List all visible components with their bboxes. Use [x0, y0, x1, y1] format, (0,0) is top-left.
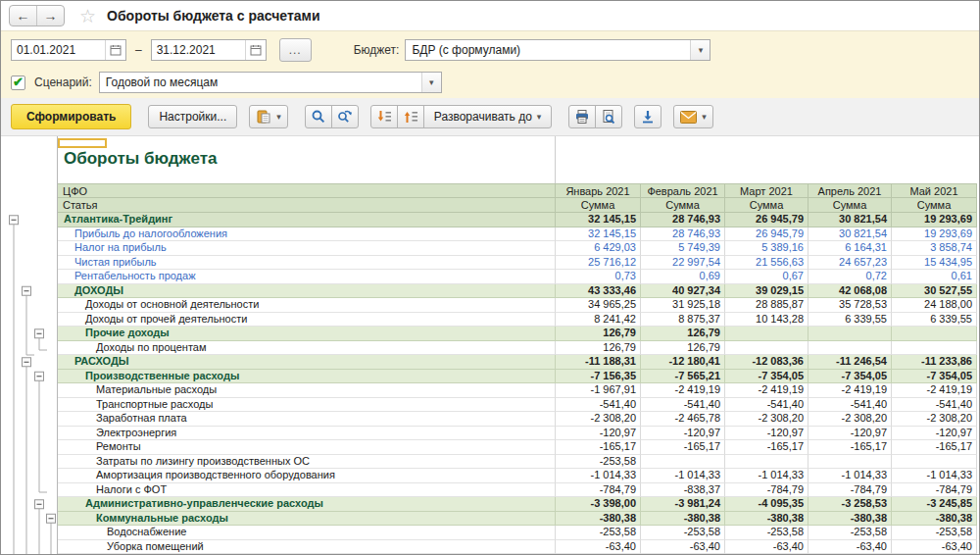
- row-label-cell[interactable]: Ремонты: [58, 440, 556, 455]
- date-from-field[interactable]: 01.01.2021: [11, 39, 126, 61]
- value-cell[interactable]: -2 308,20: [892, 412, 977, 427]
- value-cell[interactable]: 39 029,15: [725, 284, 808, 299]
- value-cell[interactable]: [725, 455, 808, 470]
- value-cell[interactable]: -784,79: [892, 483, 977, 498]
- row-label-cell[interactable]: ДОХОДЫ: [58, 284, 556, 299]
- value-cell[interactable]: 19 293,69: [892, 213, 977, 227]
- value-cell[interactable]: -165,17: [641, 440, 725, 455]
- value-cell[interactable]: -2 419,19: [808, 383, 892, 398]
- value-cell[interactable]: 40 927,34: [641, 284, 725, 299]
- value-cell[interactable]: -63,40: [725, 540, 808, 555]
- row-label-cell[interactable]: Атлантика-Трейдинг: [58, 213, 556, 227]
- row-label-cell[interactable]: Доходы от прочей деятельности: [58, 313, 556, 328]
- value-cell[interactable]: 10 143,28: [725, 313, 808, 328]
- value-cell[interactable]: 21 556,63: [725, 256, 808, 271]
- date-to-field[interactable]: 31.12.2021: [151, 39, 267, 61]
- value-cell[interactable]: -541,40: [725, 398, 808, 413]
- back-button[interactable]: ←: [10, 6, 36, 25]
- value-cell[interactable]: 28 746,93: [641, 227, 725, 242]
- value-cell[interactable]: [808, 455, 892, 470]
- value-cell[interactable]: -2 308,20: [725, 412, 808, 427]
- value-cell[interactable]: -2 419,19: [641, 383, 725, 398]
- value-cell[interactable]: 6 339,55: [808, 313, 892, 328]
- value-cell[interactable]: 15 434,95: [892, 256, 977, 271]
- value-cell[interactable]: -253,58: [556, 455, 641, 470]
- value-cell[interactable]: -784,79: [725, 483, 808, 498]
- value-cell[interactable]: -7 354,05: [892, 370, 977, 384]
- row-label-cell[interactable]: Электроэнергия: [58, 427, 556, 441]
- row-label-cell[interactable]: Доходы по процентам: [58, 341, 556, 356]
- calendar-button[interactable]: [105, 40, 125, 60]
- scenario-checkbox[interactable]: ✔: [11, 76, 25, 90]
- print-button[interactable]: [568, 105, 596, 128]
- row-label-cell[interactable]: Налог на прибыль: [58, 241, 556, 256]
- value-cell[interactable]: -253,58: [556, 526, 641, 540]
- row-label-cell[interactable]: Налоги с ФОТ: [58, 483, 556, 498]
- month-header-cell[interactable]: Май 2021: [892, 183, 977, 198]
- value-cell[interactable]: -12 083,36: [725, 355, 808, 370]
- value-cell[interactable]: -11 246,54: [808, 355, 892, 370]
- value-cell[interactable]: -12 180,41: [641, 355, 725, 370]
- row-label-cell[interactable]: Административно-управленческие расходы: [58, 497, 556, 512]
- value-cell[interactable]: 5 389,16: [725, 241, 808, 256]
- month-header-cell[interactable]: Январь 2021: [556, 183, 641, 198]
- value-cell[interactable]: -4 095,35: [725, 497, 808, 512]
- value-cell[interactable]: -541,40: [808, 398, 892, 413]
- value-cell[interactable]: 32 145,15: [556, 213, 641, 227]
- value-cell[interactable]: 19 293,69: [892, 227, 977, 242]
- value-cell[interactable]: -3 981,24: [641, 497, 725, 512]
- search-next-button[interactable]: [331, 105, 359, 128]
- value-cell[interactable]: -63,40: [808, 540, 892, 555]
- value-cell[interactable]: 30 527,55: [892, 284, 977, 299]
- value-cell[interactable]: 30 821,54: [808, 227, 892, 242]
- row-label-cell[interactable]: Рентабельность продаж: [58, 270, 556, 284]
- value-cell[interactable]: [641, 455, 725, 470]
- value-cell[interactable]: 43 333,46: [556, 284, 641, 299]
- value-cell[interactable]: -2 308,20: [556, 412, 641, 427]
- row-label-cell[interactable]: Чистая прибыль: [58, 256, 556, 271]
- amount-header-cell[interactable]: Сумма: [725, 198, 808, 213]
- favorite-star-icon[interactable]: ☆: [79, 5, 96, 27]
- value-cell[interactable]: -1 014,33: [892, 469, 977, 483]
- month-header-cell[interactable]: Апрель 2021: [808, 183, 892, 198]
- value-cell[interactable]: 35 728,53: [808, 298, 892, 313]
- value-cell[interactable]: -784,79: [556, 483, 641, 498]
- value-cell[interactable]: -2 419,19: [725, 383, 808, 398]
- value-cell[interactable]: 8 875,37: [641, 313, 725, 328]
- amount-header-cell[interactable]: Сумма: [556, 198, 641, 213]
- value-cell[interactable]: -2 308,20: [808, 412, 892, 427]
- value-cell[interactable]: -380,38: [808, 512, 892, 527]
- chevron-down-icon[interactable]: ▾: [421, 73, 441, 92]
- value-cell[interactable]: 6 339,55: [892, 313, 977, 328]
- row-label-cell[interactable]: РАСХОДЫ: [58, 355, 556, 370]
- row-label-cell[interactable]: Прибыль до налогообложения: [58, 227, 556, 242]
- value-cell[interactable]: [808, 341, 892, 356]
- value-cell[interactable]: -380,38: [556, 512, 641, 527]
- value-cell[interactable]: -380,38: [892, 512, 977, 527]
- value-cell[interactable]: -1 014,33: [556, 469, 641, 483]
- value-cell[interactable]: -7 156,35: [556, 370, 641, 384]
- forward-button[interactable]: →: [36, 6, 64, 25]
- value-cell[interactable]: -120,97: [556, 427, 641, 441]
- copy-result-button[interactable]: ▾: [249, 105, 288, 128]
- value-cell[interactable]: -253,58: [892, 526, 977, 540]
- value-cell[interactable]: 24 657,23: [808, 256, 892, 271]
- value-cell[interactable]: -838,37: [641, 483, 725, 498]
- date-to-value[interactable]: 31.12.2021: [152, 43, 245, 57]
- value-cell[interactable]: [892, 455, 977, 470]
- value-cell[interactable]: -1 967,91: [556, 383, 641, 398]
- month-header-cell[interactable]: Февраль 2021: [641, 183, 725, 198]
- value-cell[interactable]: 26 945,79: [725, 213, 808, 227]
- value-cell[interactable]: -165,17: [892, 440, 977, 455]
- value-cell[interactable]: -380,38: [641, 512, 725, 527]
- value-cell[interactable]: -784,79: [808, 483, 892, 498]
- value-cell[interactable]: -11 233,86: [892, 355, 977, 370]
- value-cell[interactable]: [892, 341, 977, 356]
- print-preview-button[interactable]: [595, 105, 622, 128]
- budget-select[interactable]: БДР (с формулами) ▾: [405, 39, 710, 61]
- value-cell[interactable]: -380,38: [725, 512, 808, 527]
- value-cell[interactable]: -7 354,05: [808, 370, 892, 384]
- value-cell[interactable]: -7 565,21: [641, 370, 725, 384]
- chevron-down-icon[interactable]: ▾: [690, 40, 710, 60]
- value-cell[interactable]: -1 014,33: [641, 469, 725, 483]
